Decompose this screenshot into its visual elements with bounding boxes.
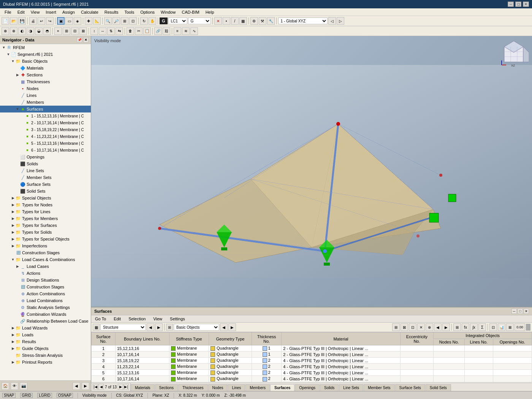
tb2-btn2[interactable]: ⊗ <box>10 27 17 35</box>
table-close-button[interactable]: ✕ <box>524 309 529 314</box>
status-grid[interactable]: GRID <box>20 393 33 398</box>
cstages-top-expand[interactable]: ▶ <box>11 250 15 255</box>
nav-close-button[interactable]: ✕ <box>83 37 89 43</box>
solidsets-expand[interactable]: ▶ <box>15 189 20 193</box>
tb2-btn14[interactable]: ⇆ <box>116 27 123 35</box>
tree-loads[interactable]: ▶ 📁 Loads <box>0 331 91 338</box>
bottom-tab-solid-sets[interactable]: Solid Sets <box>426 384 451 391</box>
membersets-expand[interactable]: ▶ <box>15 175 20 180</box>
tb2-btn12[interactable]: ↔ <box>99 27 106 35</box>
table-btn5[interactable]: ⊕ <box>426 323 433 331</box>
tree-types-surfaces[interactable]: ▶ 📁 Types for Surfaces <box>0 222 91 229</box>
tree-segment-file[interactable]: ▼ 📄 Segment.rf6 | 2021 <box>0 51 91 58</box>
tree-member-sets[interactable]: ▶ ╱ Member Sets <box>0 174 91 181</box>
thicknesses-expand[interactable]: ▶ <box>15 79 20 84</box>
s5-expand[interactable]: ▶ <box>20 141 24 146</box>
nav-pin-button[interactable]: 📌 <box>77 37 82 43</box>
table-filter-combo[interactable]: Structure <box>100 324 146 331</box>
tree-static-settings[interactable]: ▶ ⚙ Static Analysis Settings <box>0 304 91 311</box>
nav-scroll-right[interactable]: ▶ <box>82 382 89 390</box>
special-expand[interactable]: ▶ <box>11 196 15 200</box>
measure-button[interactable]: 📐 <box>93 17 101 25</box>
bottom-tab-line-sets[interactable]: Line Sets <box>339 384 363 391</box>
typeslines-expand[interactable]: ▶ <box>11 209 15 214</box>
tree-design-situations[interactable]: ▶ ⊞ Design Situations <box>0 277 91 283</box>
tree-materials[interactable]: ▶ 🔷 Materials <box>0 65 91 71</box>
tb2-btn5[interactable]: ◒ <box>35 27 43 35</box>
tb2-btn20[interactable]: ≡ <box>174 27 181 35</box>
surfacesets-expand[interactable]: ▶ <box>15 182 20 187</box>
menu-results[interactable]: Results <box>101 9 122 15</box>
tree-load-cases[interactable]: ▶ _ Load Cases <box>0 263 91 270</box>
status-osnap[interactable]: OSNAP <box>57 393 73 398</box>
linesets-expand[interactable]: ▶ <box>15 168 20 173</box>
tree-rfem[interactable]: ▼ R RFEM <box>0 44 91 51</box>
nodes-expand[interactable]: ▶ <box>15 86 20 91</box>
restore-button[interactable]: ◻ <box>515 2 521 7</box>
tree-load-cases-comb[interactable]: ▼ 📁 Load Cases & Combinations <box>0 256 91 263</box>
bottom-tab-members[interactable]: Members <box>245 384 270 391</box>
table-row[interactable]: 3 15,18,19,22 Membrane Quadrangle 2 4 - … <box>92 358 532 364</box>
actions-expand[interactable]: ▶ <box>15 271 20 276</box>
select-button[interactable]: ▣ <box>57 17 65 25</box>
delete-button[interactable]: ✕ <box>214 17 222 25</box>
table-btn13[interactable]: 📊 <box>498 323 505 331</box>
view3d-button[interactable]: ◈ <box>74 17 81 25</box>
tree-surface-4[interactable]: ▶ ■ 4 - 11,23,22,14 | Membrane | C <box>0 133 91 140</box>
node-button[interactable]: • <box>223 17 230 25</box>
more-btn3[interactable]: 🔧 <box>267 17 275 25</box>
tree-types-special[interactable]: ▶ 📁 Types for Special Objects <box>0 236 91 242</box>
tb2-btn10[interactable]: ⊠ <box>79 27 87 35</box>
tb2-btn6[interactable]: ◓ <box>43 27 51 35</box>
nav-scroll-left[interactable]: ◀ <box>73 382 80 390</box>
new-button[interactable]: 📄 <box>2 17 9 25</box>
bottom-tab-nodes[interactable]: Nodes <box>208 384 228 391</box>
table-nav-prev[interactable]: ◀ <box>220 323 228 331</box>
lines-expand[interactable]: ▶ <box>15 93 20 98</box>
close-button[interactable]: ✕ <box>523 2 529 7</box>
solids-expand[interactable]: ▶ <box>15 162 20 166</box>
tb2-btn8[interactable]: ⊞ <box>63 27 70 35</box>
tb2-btn9[interactable]: ⊟ <box>71 27 79 35</box>
status-lgrid[interactable]: LGRID <box>37 393 52 398</box>
nav-btn-model[interactable]: 🏠 <box>2 382 9 390</box>
rotate-button[interactable]: ↻ <box>140 17 148 25</box>
table-maximize-button[interactable]: □ <box>518 309 523 314</box>
tb2-btn7[interactable]: ⌖ <box>54 27 62 35</box>
tree-imperfections[interactable]: ▶ 📁 Imperfections <box>0 242 91 249</box>
tree-surface-2[interactable]: ▶ ■ 2 - 10,17,16,14 | Membrane | C <box>0 119 91 126</box>
tree-surface-1[interactable]: ▶ ■ 1 - 15,12,13,16 | Membrane | C <box>0 112 91 119</box>
table-row[interactable]: 5 15,12,13,16 Membrane Quadrangle 2 4 - … <box>92 370 532 376</box>
loads-expand[interactable]: ▶ <box>11 332 15 337</box>
tree-line-sets[interactable]: ▶ ╱ Line Sets <box>0 167 91 174</box>
s6-expand[interactable]: ▶ <box>20 148 24 152</box>
tree-combination-wizards[interactable]: ▶ 🔮 Combination Wizards <box>0 311 91 318</box>
s2-expand[interactable]: ▶ <box>20 120 24 125</box>
tree-types-lines[interactable]: ▶ 📁 Types for Lines <box>0 208 91 215</box>
menu-window[interactable]: Window <box>158 9 179 15</box>
table-btn11[interactable]: Σ <box>478 323 486 331</box>
bottom-tab-member-sets[interactable]: Member Sets <box>364 384 394 391</box>
view-btn1[interactable]: ◁ <box>328 17 336 25</box>
table-minimize-button[interactable]: ─ <box>511 309 517 314</box>
table-menu-view[interactable]: View <box>151 316 165 321</box>
more-btn2[interactable]: ⚒ <box>259 17 266 25</box>
table-scroll-handle[interactable] <box>526 324 530 331</box>
nav-btn-eye[interactable]: 👁 <box>11 382 18 390</box>
table-row[interactable]: 1 15,12,13,16 Membrane Quadrangle 1 2 - … <box>92 345 532 352</box>
ssa-expand[interactable]: ▶ <box>11 353 15 358</box>
table-next-button[interactable]: ▶ <box>155 323 163 331</box>
table-btn15[interactable]: 0.00 <box>515 323 525 331</box>
page-last-button[interactable]: ▶| <box>124 384 129 390</box>
ss-expand[interactable]: ▶ <box>15 305 20 310</box>
typessolids-expand[interactable]: ▶ <box>11 230 15 234</box>
zoom-out-button[interactable]: 🔎 <box>112 17 120 25</box>
tree-surface-5[interactable]: ▶ ■ 5 - 15,12,13,16 | Membrane | C <box>0 140 91 147</box>
lc-combo[interactable]: LC1 <box>168 17 187 24</box>
table-btn4[interactable]: ✕ <box>417 323 425 331</box>
tb2-btn21[interactable]: ≋ <box>182 27 190 35</box>
tb2-btn18[interactable]: 🔗 <box>154 27 162 35</box>
tree-types-solids[interactable]: ▶ 📁 Types for Solids <box>0 229 91 236</box>
tree-relationship[interactable]: ▶ 🔗 Relationship Between Load Case <box>0 318 91 325</box>
menu-calculate[interactable]: Calculate <box>78 9 101 15</box>
